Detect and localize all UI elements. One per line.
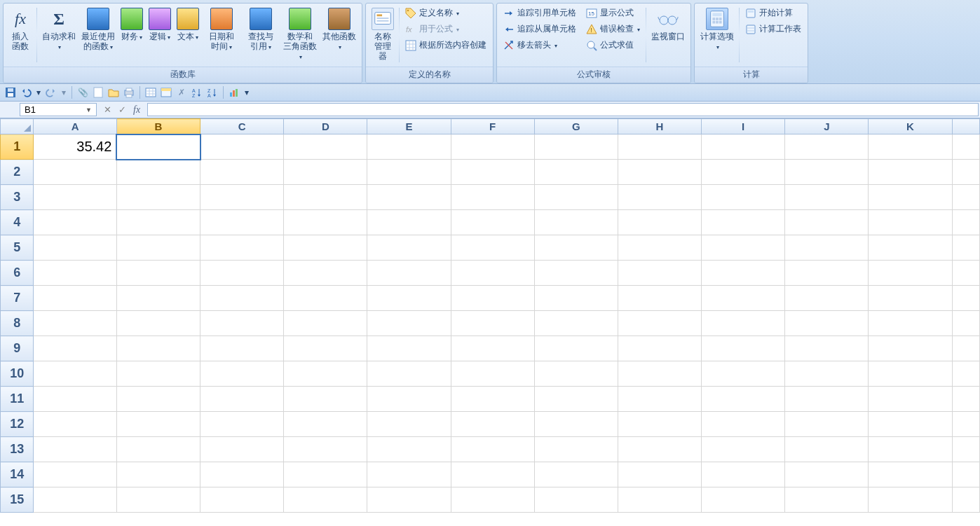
cell-I5[interactable] (702, 235, 785, 261)
col-header-D[interactable]: D (284, 119, 367, 134)
cell-J15[interactable] (785, 487, 869, 513)
cell-G15[interactable] (534, 487, 618, 513)
cell-extra[interactable] (952, 160, 979, 185)
cell-extra[interactable] (952, 185, 979, 210)
cell-extra[interactable] (952, 387, 979, 412)
cell-extra[interactable] (952, 462, 979, 487)
cell-D9[interactable] (284, 336, 367, 361)
cell-D7[interactable] (284, 286, 367, 311)
cell-F11[interactable] (451, 387, 534, 412)
row-header-14[interactable]: 14 (1, 462, 34, 487)
cell-D10[interactable] (284, 361, 367, 387)
cell-E8[interactable] (367, 311, 451, 336)
cell-E10[interactable] (367, 361, 451, 387)
col-header-E[interactable]: E (367, 119, 451, 134)
cell-D8[interactable] (284, 311, 367, 336)
cell-B4[interactable] (116, 210, 200, 235)
cell-D1[interactable] (284, 134, 367, 160)
cell-H13[interactable] (618, 437, 701, 462)
cell-extra[interactable] (952, 487, 979, 513)
cell-E4[interactable] (367, 210, 451, 235)
cell-A4[interactable] (34, 210, 117, 235)
cell-B12[interactable] (116, 412, 200, 437)
cell-F3[interactable] (451, 185, 534, 210)
col-header-A[interactable]: A (34, 119, 117, 134)
cell-F14[interactable] (451, 462, 534, 487)
cell-E5[interactable] (367, 235, 451, 261)
cell-C9[interactable] (200, 336, 284, 361)
cell-J2[interactable] (785, 160, 869, 185)
cell-B9[interactable] (116, 336, 200, 361)
calculation-options-button[interactable]: 计算选项▾ (697, 5, 737, 55)
cell-C3[interactable] (200, 185, 284, 210)
cell-C14[interactable] (200, 462, 284, 487)
table-icon[interactable] (144, 86, 157, 99)
cell-F5[interactable] (451, 235, 534, 261)
cell-E2[interactable] (367, 160, 451, 185)
cell-B11[interactable] (116, 387, 200, 412)
cell-K3[interactable] (869, 185, 952, 210)
cell-H12[interactable] (618, 412, 701, 437)
cell-B6[interactable] (116, 261, 200, 286)
create-from-selection-button[interactable]: 根据所选内容创建 (402, 37, 490, 53)
cell-extra[interactable] (952, 437, 979, 462)
cell-K13[interactable] (869, 437, 952, 462)
cell-A9[interactable] (34, 336, 117, 361)
cell-A7[interactable] (34, 286, 117, 311)
cell-extra[interactable] (952, 412, 979, 437)
cell-C5[interactable] (200, 235, 284, 261)
cell-H15[interactable] (618, 487, 701, 513)
cell-G3[interactable] (534, 185, 618, 210)
row-header-5[interactable]: 5 (1, 235, 34, 261)
cell-I1[interactable] (702, 134, 785, 160)
cell-I10[interactable] (702, 361, 785, 387)
cell-A12[interactable] (34, 412, 117, 437)
cell-F12[interactable] (451, 412, 534, 437)
row-header-13[interactable]: 13 (1, 437, 34, 462)
cell-B7[interactable] (116, 286, 200, 311)
cell-J1[interactable] (785, 134, 869, 160)
cell-F4[interactable] (451, 210, 534, 235)
cell-C12[interactable] (200, 412, 284, 437)
trace-dependents-button[interactable]: 追踪从属单元格 (500, 21, 580, 37)
cell-extra[interactable] (952, 336, 979, 361)
col-header-B[interactable]: B (116, 119, 200, 134)
name-box-dropdown-icon[interactable]: ▼ (86, 106, 92, 113)
cell-E1[interactable] (367, 134, 451, 160)
row-header-12[interactable]: 12 (1, 412, 34, 437)
row-header-15[interactable]: 15 (1, 487, 34, 513)
cell-D11[interactable] (284, 387, 367, 412)
cell-J13[interactable] (785, 437, 869, 462)
cell-A3[interactable] (34, 185, 117, 210)
chart-icon[interactable] (228, 86, 240, 99)
select-all-corner[interactable] (1, 119, 34, 134)
cell-A15[interactable] (34, 487, 117, 513)
cell-F9[interactable] (451, 336, 534, 361)
chart-dropdown-icon[interactable]: ▾ (243, 86, 250, 99)
cell-K9[interactable] (869, 336, 952, 361)
cell-H5[interactable] (618, 235, 701, 261)
cell-F1[interactable] (451, 134, 534, 160)
cell-E13[interactable] (367, 437, 451, 462)
define-name-button[interactable]: 定义名称 ▾ (402, 5, 490, 21)
cell-B2[interactable] (116, 160, 200, 185)
cell-I14[interactable] (702, 462, 785, 487)
cell-B5[interactable] (116, 235, 200, 261)
redo-icon[interactable] (45, 86, 57, 99)
cell-H14[interactable] (618, 462, 701, 487)
cell-I4[interactable] (702, 210, 785, 235)
cell-J11[interactable] (785, 387, 869, 412)
cell-A2[interactable] (34, 160, 117, 185)
cell-G9[interactable] (534, 336, 618, 361)
row-header-11[interactable]: 11 (1, 387, 34, 412)
cell-I9[interactable] (702, 336, 785, 361)
lookup-button[interactable]: 查找与 引用▾ (241, 5, 280, 55)
cell-K10[interactable] (869, 361, 952, 387)
worksheet-grid[interactable]: ABCDEFGHIJK135.4223456789101112131415 (0, 118, 980, 526)
cell-A1[interactable]: 35.42 (34, 134, 117, 160)
cell-K5[interactable] (869, 235, 952, 261)
logical-button[interactable]: 逻辑▾ (146, 5, 174, 46)
cell-E14[interactable] (367, 462, 451, 487)
cell-F10[interactable] (451, 361, 534, 387)
cell-A11[interactable] (34, 387, 117, 412)
